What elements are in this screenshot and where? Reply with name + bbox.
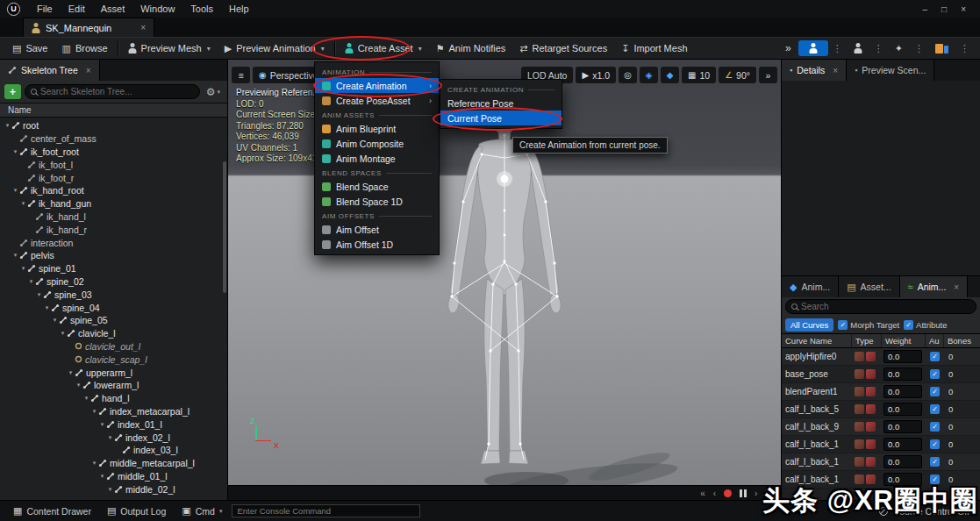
curve-row-calf-l-back-5[interactable]: calf_l_back_50.0✓0 (782, 401, 980, 418)
expander-icon[interactable]: ▾ (11, 252, 19, 259)
checkbox-checked-icon[interactable]: ✓ (930, 404, 940, 414)
skeleton-search-input[interactable] (40, 87, 194, 96)
expander-icon[interactable]: ▾ (98, 473, 106, 480)
curve-row-base-pose[interactable]: base_pose0.0✓0 (782, 366, 980, 383)
grid-snap-button[interactable]: ▦ 10 (682, 67, 716, 83)
tab-details[interactable]: ▪ Details × (782, 60, 847, 81)
anim-notifies-button[interactable]: ⚑ Anim Notifies (429, 39, 513, 57)
tree-item-index-03-l[interactable]: index_03_l (0, 444, 227, 457)
tree-item-middle-02-l[interactable]: ▾middle_02_l (0, 482, 227, 496)
menu-item-anim-composite[interactable]: Anim Composite (315, 136, 439, 151)
tree-item-spine-04[interactable]: ▾spine_04 (0, 301, 227, 314)
checkbox-checked-icon[interactable]: ✓ (930, 457, 940, 467)
column-header-au[interactable]: Au (926, 334, 944, 347)
curve-table-header[interactable]: Curve NameTypeWeightAuBones (782, 333, 980, 348)
retarget-sources-button[interactable]: ⇄ Retarget Sources (512, 39, 614, 57)
curve-weight-input[interactable]: 0.0 (883, 438, 922, 451)
tree-item-ik-foot-root[interactable]: ▾ik_foot_root (0, 146, 227, 159)
panel-close-icon[interactable]: × (954, 282, 959, 292)
menu-item-create-poseasset[interactable]: Create PoseAsset› (315, 93, 439, 108)
preview-animation-button[interactable]: ▶ Preview Animation▾ (218, 39, 332, 57)
expander-icon[interactable]: ▾ (75, 382, 82, 389)
rotation-snap-button[interactable]: ∠ 90° (719, 67, 756, 83)
tree-item-clavicle-l[interactable]: ▾clavicle_l (0, 327, 227, 340)
tree-item-spine-05[interactable]: ▾spine_05 (0, 314, 227, 327)
menu-item-blend-space[interactable]: Blend Space (315, 179, 439, 194)
tree-item-ik-hand-r[interactable]: ik_hand_r (0, 223, 227, 236)
tree-item-spine-02[interactable]: ▾spine_02 (0, 275, 227, 289)
tab-skeleton-tree[interactable]: Skeleton Tree × (0, 60, 100, 81)
tab-anim-notifies-panel[interactable]: ◆ Anim... (782, 276, 839, 297)
overflow-dots-icon[interactable]: ⋮ (912, 43, 926, 54)
filter-all-curves[interactable]: All Curves (785, 318, 833, 332)
menu-help[interactable]: Help (221, 2, 257, 16)
tree-item-ik-foot-r[interactable]: ik_foot_r (0, 171, 227, 184)
curve-weight-input[interactable]: 0.0 (883, 385, 922, 398)
curve-row-calf-l-back-9[interactable]: calf_l_back_90.0✓0 (782, 418, 980, 436)
menu-tools[interactable]: Tools (182, 2, 221, 16)
expander-icon[interactable]: ▾ (35, 291, 43, 298)
minimize-button[interactable]: – (923, 4, 928, 14)
console-input[interactable] (232, 504, 420, 517)
expander-icon[interactable]: ▾ (98, 421, 106, 428)
screenshot-button[interactable]: ◎ (619, 67, 637, 83)
expander-icon[interactable]: ▾ (19, 265, 27, 272)
column-header-bones[interactable]: Bones (944, 334, 980, 347)
menu-file[interactable]: File (29, 2, 61, 16)
expander-icon[interactable]: ▾ (106, 486, 114, 493)
curve-row-calf-l-back-1[interactable]: calf_l_back_10.0✓0 (782, 453, 980, 471)
skeleton-editor-mode-button[interactable] (798, 40, 828, 56)
expander-icon[interactable]: ▾ (19, 200, 27, 207)
tree-item-ik-hand-l[interactable]: ik_hand_l (0, 211, 227, 224)
step-forward-icon[interactable]: › (755, 489, 757, 498)
checkbox-checked-icon[interactable]: ✓ (930, 369, 940, 379)
filter-attribute[interactable]: ✓ Attribute (904, 320, 947, 330)
menu-item-reference-pose[interactable]: Reference Pose (440, 96, 562, 111)
tab-preview-scene[interactable]: ▪ Preview Scen... (847, 60, 934, 81)
expander-icon[interactable]: ▾ (82, 395, 90, 402)
tree-item-upperarm-l[interactable]: ▾upperarm_l (0, 366, 227, 379)
close-button[interactable]: × (961, 4, 966, 14)
overflow-dots-icon[interactable]: ⋮ (831, 43, 844, 54)
menu-asset[interactable]: Asset (93, 2, 133, 16)
add-bone-button[interactable]: + (4, 84, 21, 99)
curve-row-blendparent1[interactable]: blendParent10.0✓0 (782, 383, 980, 401)
preview-mannequin[interactable] (408, 95, 697, 498)
tree-item-hand-l[interactable]: ▾hand_l (0, 392, 227, 405)
animation-editor-mode-button[interactable]: ✦ (888, 40, 910, 57)
curves-search-input[interactable] (801, 302, 970, 311)
curve-row-applyhipfire0[interactable]: applyHipfire00.0✓0 (782, 348, 980, 366)
tree-item-lowerarm-l[interactable]: ▾lowerarm_l (0, 379, 227, 392)
tree-item-interaction[interactable]: interaction (0, 236, 227, 249)
tree-item-clavicle-scap-l[interactable]: clavicle_scap_l (0, 353, 227, 366)
checkbox-checked-icon[interactable]: ✓ (930, 422, 940, 432)
menu-item-current-pose[interactable]: Current Pose (440, 111, 562, 125)
overflow-dots-icon[interactable]: ⋮ (958, 43, 971, 54)
unreal-logo-icon[interactable]: U (7, 3, 20, 16)
blueprint-editor-mode-button[interactable] (928, 40, 955, 57)
menu-window[interactable]: Window (132, 2, 182, 16)
menu-item-aim-offset[interactable]: Aim Offset (315, 222, 439, 237)
checkbox-checked-icon[interactable]: ✓ (904, 320, 913, 330)
checkbox-checked-icon[interactable]: ✓ (930, 439, 940, 449)
overflow-dots-icon[interactable]: ⋮ (872, 43, 885, 54)
tree-item-index-01-l[interactable]: ▾index_01_l (0, 418, 227, 431)
tab-asset-browser[interactable]: ▤ Asset... (839, 276, 899, 297)
column-header-type[interactable]: Type (852, 334, 882, 347)
expander-icon[interactable]: ▾ (11, 187, 19, 194)
panel-close-icon[interactable]: × (833, 66, 838, 75)
tree-scrollbar[interactable] (223, 161, 226, 293)
mesh-editor-mode-button[interactable] (847, 39, 869, 57)
expander-icon[interactable]: ▾ (51, 317, 59, 324)
record-button[interactable] (724, 489, 732, 497)
tree-item-ik-hand-gun[interactable]: ▾ik_hand_gun (0, 197, 227, 211)
tab-close-icon[interactable]: × (140, 23, 146, 32)
tree-item-pelvis[interactable]: ▾pelvis (0, 249, 227, 262)
expander-icon[interactable]: ▾ (43, 304, 51, 311)
preview-mesh-button[interactable]: Preview Mesh▾ (121, 39, 218, 57)
filter-morph-target[interactable]: ✓ Morph Target (838, 320, 899, 330)
tree-item-index-metacarpal-l[interactable]: ▾index_metacarpal_l (0, 405, 227, 418)
pause-button[interactable] (740, 489, 747, 497)
tab-anim-curves[interactable]: ≈ Anim... × (900, 276, 969, 297)
tree-item-clavicle-out-l[interactable]: clavicle_out_l (0, 340, 227, 353)
